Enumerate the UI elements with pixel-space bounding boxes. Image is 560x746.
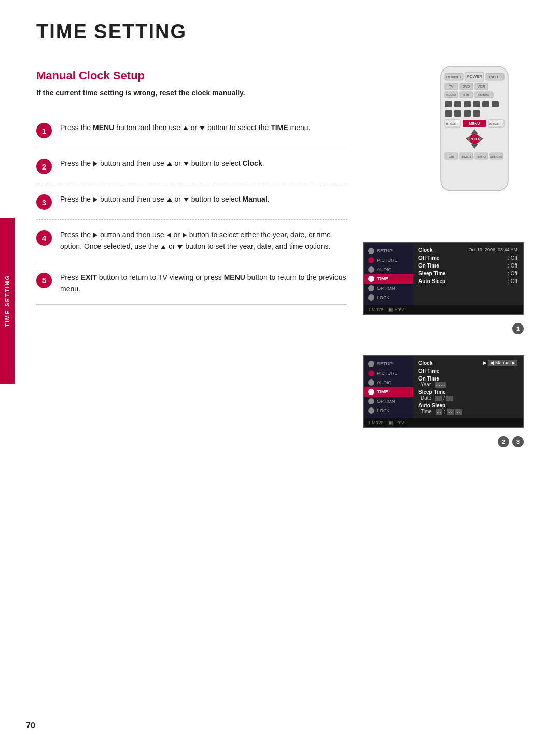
remote-image: TV INPUT POWER INPUT TV DVD VCR: [425, 64, 529, 201]
section-title: Manual Clock Setup: [36, 69, 347, 82]
svg-text:TV INPUT: TV INPUT: [445, 75, 463, 79]
svg-text:TIMER: TIMER: [461, 155, 471, 158]
svg-text:BRIGHT-: BRIGHT-: [446, 122, 459, 125]
step-1-text: Press the MENU button and then use or bu…: [60, 122, 347, 133]
svg-rect-24: [492, 101, 499, 107]
step-number-2: 2: [36, 159, 52, 174]
sidebar-label: TIME SETTING: [0, 218, 15, 384]
step-number-4: 4: [36, 230, 52, 246]
screen-mockup-2: SETUP PICTURE AUDIO TIME: [363, 355, 524, 428]
screen-content-1: Clock : Oct 19, 2006, 03:44 AM Off Time …: [413, 243, 523, 305]
svg-text:POWER: POWER: [467, 74, 482, 79]
step-4: 4 Press the button and then use or butto…: [36, 220, 347, 262]
step-number-3: 3: [36, 194, 52, 210]
step-3: 3 Press the button and then use or butto…: [36, 184, 347, 220]
step-2-text: Press the button and then use or button …: [60, 158, 347, 169]
svg-text:REMOTE: REMOTE: [478, 93, 489, 96]
step-1: 1 Press the MENU button and then use or …: [36, 112, 347, 148]
screen-menu-setup: SETUP: [364, 246, 413, 256]
svg-rect-19: [445, 101, 452, 107]
screen-menu-option: OPTION: [364, 284, 413, 293]
svg-text:VCR: VCR: [478, 85, 485, 88]
screen-mockup-1: SETUP PICTURE AUDIO TIME: [363, 242, 524, 315]
svg-rect-22: [473, 101, 480, 107]
screen2-menu-audio: AUDIO: [364, 378, 413, 387]
screens-container: SETUP PICTURE AUDIO TIME: [363, 242, 524, 453]
screen-menu-audio: AUDIO: [364, 265, 413, 274]
screen2-row-offtime: Off Time: [418, 367, 517, 375]
right-column: TV INPUT POWER INPUT TV DVD VCR: [363, 59, 539, 453]
step-5: 5 Press EXIT button to return to TV view…: [36, 262, 347, 305]
screen-2-badge-row: 2 3: [363, 436, 524, 447]
screen-content-2: Clock ▶ ◀ Manual ▶ Off Time On Time Year: [413, 356, 523, 418]
screen-menu-picture: PICTURE: [364, 256, 413, 265]
step-number-1: 1: [36, 123, 52, 138]
screen-row-ontime: On Time : Off: [418, 262, 517, 270]
screen-menu-time-active: TIME: [364, 274, 413, 284]
screen2-row-ontime: On Time Year - - - -: [418, 375, 517, 388]
svg-rect-28: [473, 110, 480, 117]
svg-text:AUDIO: AUDIO: [446, 93, 456, 96]
screen-menu-lock: LOCK: [364, 293, 413, 302]
step-number-5: 5: [36, 273, 52, 288]
svg-text:RATIO: RATIO: [477, 155, 486, 158]
svg-text:MENU: MENU: [469, 122, 480, 125]
svg-text:TV: TV: [449, 85, 454, 88]
step-4-text: Press the button and then use or button …: [60, 229, 347, 252]
screen2-row-autosleep: Auto Sleep Time - - : - - - -: [418, 402, 517, 415]
step-2: 2 Press the button and then use or butto…: [36, 148, 347, 184]
svg-text:BRIGHT+: BRIGHT+: [489, 122, 503, 125]
page-number: 70: [26, 721, 35, 730]
badge-1: 1: [512, 323, 524, 334]
screen-row-sleeptime: Sleep Time : Off: [418, 270, 517, 277]
svg-rect-25: [445, 110, 452, 117]
svg-text:DVD: DVD: [463, 85, 470, 88]
svg-text:Exit: Exit: [449, 155, 454, 158]
screen-menu-1: SETUP PICTURE AUDIO TIME: [364, 243, 413, 305]
screen2-menu-setup: SETUP: [364, 359, 413, 369]
page-title: TIME SETTING: [36, 21, 539, 43]
screen-footer-1: ↕ Move ▣ Prev: [364, 305, 523, 314]
svg-rect-23: [482, 101, 489, 107]
svg-rect-20: [454, 101, 461, 107]
svg-text:STB: STB: [463, 93, 469, 96]
screen2-row-clock: Clock ▶ ◀ Manual ▶: [418, 359, 517, 367]
screen2-menu-time-active: TIME: [364, 387, 413, 397]
svg-text:ENTER: ENTER: [468, 137, 481, 141]
svg-rect-26: [454, 110, 461, 117]
svg-rect-21: [464, 101, 471, 107]
screen-row-clock: Clock : Oct 19, 2006, 03:44 AM: [418, 246, 517, 254]
svg-text:INPUT: INPUT: [489, 75, 501, 79]
step-5-text: Press EXIT button to return to TV viewin…: [60, 272, 347, 295]
screen2-menu-picture: PICTURE: [364, 369, 413, 378]
bottom-divider: [36, 305, 347, 305]
screen2-menu-lock: LOCK: [364, 406, 413, 415]
svg-rect-27: [464, 110, 471, 117]
screen-row-autosleep: Auto Sleep : Off: [418, 277, 517, 285]
screen-row-offtime: Off Time : Off: [418, 254, 517, 262]
screen-footer-2: ↕ Move ▣ Prev: [364, 418, 523, 427]
badge-3: 3: [512, 436, 524, 447]
screen-1-badge-row: 1: [363, 323, 524, 334]
step-3-text: Press the button and then use or button …: [60, 193, 347, 205]
left-column: Manual Clock Setup If the current time s…: [36, 59, 347, 453]
svg-text:SIMPLINK: SIMPLINK: [490, 155, 502, 158]
badge-2: 2: [498, 436, 509, 447]
screen-menu-2: SETUP PICTURE AUDIO TIME: [364, 356, 413, 418]
screen2-row-sleeptime: Sleep Time Date - - / - -: [418, 388, 517, 402]
screen2-menu-option: OPTION: [364, 397, 413, 406]
subtitle-text: If the current time setting is wrong, re…: [36, 89, 347, 97]
